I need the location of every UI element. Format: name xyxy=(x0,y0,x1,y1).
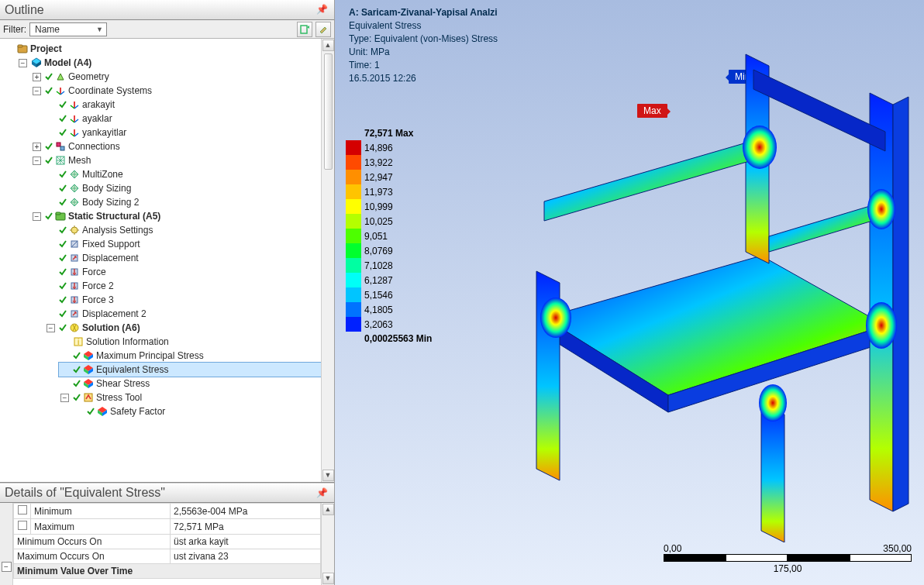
tree-stress-tool[interactable]: Stress Tool xyxy=(96,391,142,404)
outline-tree[interactable]: Project − Model (A4) xyxy=(0,39,334,483)
collapse-icon[interactable]: − xyxy=(60,394,69,402)
outline-panel-title: Outline 📌 xyxy=(0,0,334,20)
scroll-up-icon[interactable]: ▲ xyxy=(322,504,334,515)
collapse-icon[interactable]: − xyxy=(33,87,41,95)
graphics-viewport[interactable]: A: Saricam-Zivanal-Yapisal Analzi Equiva… xyxy=(335,0,924,585)
expand-icon[interactable]: + xyxy=(33,143,41,151)
min-probe-tag[interactable]: Min xyxy=(729,70,756,84)
tree-force[interactable]: Force xyxy=(82,265,106,279)
details-row-maximum[interactable]: Maximum 72,571 MPa xyxy=(14,519,321,535)
tree-shear[interactable]: Shear Stress xyxy=(96,377,150,391)
tree-mesh-item[interactable]: MultiZone xyxy=(82,167,123,181)
tree-coord-item[interactable]: arakayit xyxy=(82,98,115,112)
tree-scrollbar[interactable]: ▲ ▼ xyxy=(321,39,334,482)
check-icon xyxy=(58,168,67,181)
tree-static[interactable]: Static Structural (A5) xyxy=(68,209,160,223)
tree-analysis-settings[interactable]: Analysis Settings xyxy=(82,223,153,237)
mesh-icon xyxy=(54,154,67,167)
svg-point-8 xyxy=(71,227,78,233)
check-icon xyxy=(72,349,81,362)
tree-coord-item[interactable]: ayaklar xyxy=(82,112,112,126)
outline-title-text: Outline xyxy=(5,3,44,17)
legend-swatch xyxy=(346,199,361,214)
details-row-minimum[interactable]: Minimum 2,5563e-004 MPa xyxy=(14,504,321,519)
force-icon xyxy=(68,294,81,306)
tree-displacement2[interactable]: Displacement 2 xyxy=(82,307,147,321)
legend-item: 12,947 xyxy=(346,170,432,184)
legend-value: 5,1546 xyxy=(364,290,393,301)
tree-force2[interactable]: Force 2 xyxy=(82,279,114,293)
tree-safety-factor[interactable]: Safety Factor xyxy=(110,404,165,418)
checkbox[interactable] xyxy=(18,521,27,530)
details-row-max-occurs[interactable]: Maximum Occurs On ust zivana 23 xyxy=(14,549,321,564)
check-icon xyxy=(44,210,53,222)
clear-filter-button[interactable] xyxy=(315,22,331,37)
tree-coord[interactable]: Coordinate Systems xyxy=(68,84,152,98)
checkbox[interactable] xyxy=(18,505,27,514)
result-time: Time: 1 xyxy=(349,59,498,72)
check-icon xyxy=(58,238,67,250)
mesh-item-icon xyxy=(68,182,81,194)
scale-right: 350,00 xyxy=(883,543,912,554)
details-value: 72,571 MPa xyxy=(174,521,224,532)
scroll-up-icon[interactable]: ▲ xyxy=(322,40,334,51)
scroll-thumb[interactable] xyxy=(324,53,333,170)
result-cube-icon xyxy=(82,377,95,390)
tree-displacement[interactable]: Displacement xyxy=(82,251,139,265)
tree-mesh-item[interactable]: Body Sizing xyxy=(82,181,131,195)
support-icon xyxy=(68,238,81,250)
max-probe-tag[interactable]: Max xyxy=(637,104,667,118)
axis-icon xyxy=(68,126,81,139)
svg-point-22 xyxy=(540,298,571,338)
analysis-settings-icon xyxy=(68,224,81,236)
filter-field-select[interactable]: Name ▼ xyxy=(29,22,107,36)
tree-model[interactable]: Model (A4) xyxy=(44,56,91,70)
svg-text:i: i xyxy=(78,338,79,346)
details-key: Minimum xyxy=(34,506,72,517)
pin-icon[interactable]: 📌 xyxy=(316,487,328,498)
collapse-icon[interactable]: − xyxy=(33,157,41,165)
tree-geometry[interactable]: Geometry xyxy=(68,70,109,84)
details-key: Maximum Occurs On xyxy=(17,551,105,562)
collapse-icon[interactable]: − xyxy=(47,324,55,332)
legend-swatch xyxy=(346,302,361,317)
scroll-down-icon[interactable]: ▼ xyxy=(322,470,334,481)
axis-icon xyxy=(68,98,81,111)
filter-field-value: Name xyxy=(35,24,60,35)
tree-solution-info[interactable]: Solution Information xyxy=(86,335,169,349)
details-scrollbar[interactable]: ▲ ▼ xyxy=(321,503,334,585)
tree-max-princ[interactable]: Maximum Principal Stress xyxy=(96,349,204,363)
legend-swatch xyxy=(346,184,361,199)
check-icon xyxy=(58,182,67,194)
svg-rect-7 xyxy=(56,212,60,215)
check-icon xyxy=(72,391,81,404)
details-row-min-occurs[interactable]: Minimum Occurs On üst arka kayit xyxy=(14,535,321,549)
expand-icon[interactable]: + xyxy=(33,73,41,81)
mesh-item-icon xyxy=(68,168,81,181)
svg-rect-2 xyxy=(18,45,22,47)
brush-icon xyxy=(318,24,329,35)
tree-equiv-stress[interactable]: Equivalent Stress xyxy=(96,363,168,377)
filter-label: Filter: xyxy=(3,24,26,35)
tree-fixed-support[interactable]: Fixed Support xyxy=(82,237,140,251)
check-icon xyxy=(58,126,67,139)
tree-solution[interactable]: Solution (A6) xyxy=(82,321,140,335)
refresh-filter-button[interactable] xyxy=(297,22,312,37)
scroll-down-icon[interactable]: ▼ xyxy=(322,573,334,584)
legend-value: 10,025 xyxy=(364,216,393,227)
tree-connections[interactable]: Connections xyxy=(68,139,120,153)
details-value: üst arka kayit xyxy=(174,536,229,547)
tree-force3[interactable]: Force 3 xyxy=(82,293,114,307)
tree-mesh[interactable]: Mesh xyxy=(68,153,91,167)
check-icon xyxy=(44,84,53,97)
collapse-icon[interactable]: − xyxy=(19,59,27,67)
pin-icon[interactable]: 📌 xyxy=(316,4,328,15)
result-title: A: Saricam-Zivanal-Yapisal Analzi xyxy=(349,6,498,19)
tree-coord-item[interactable]: yankayitlar xyxy=(82,126,126,139)
collapse-icon[interactable]: − xyxy=(2,562,12,572)
tree-project[interactable]: Project xyxy=(30,42,62,56)
details-section-header[interactable]: Minimum Value Over Time xyxy=(14,564,321,579)
tree-mesh-item[interactable]: Body Sizing 2 xyxy=(82,195,139,209)
result-name: Equivalent Stress xyxy=(349,19,498,33)
collapse-icon[interactable]: − xyxy=(33,212,41,221)
